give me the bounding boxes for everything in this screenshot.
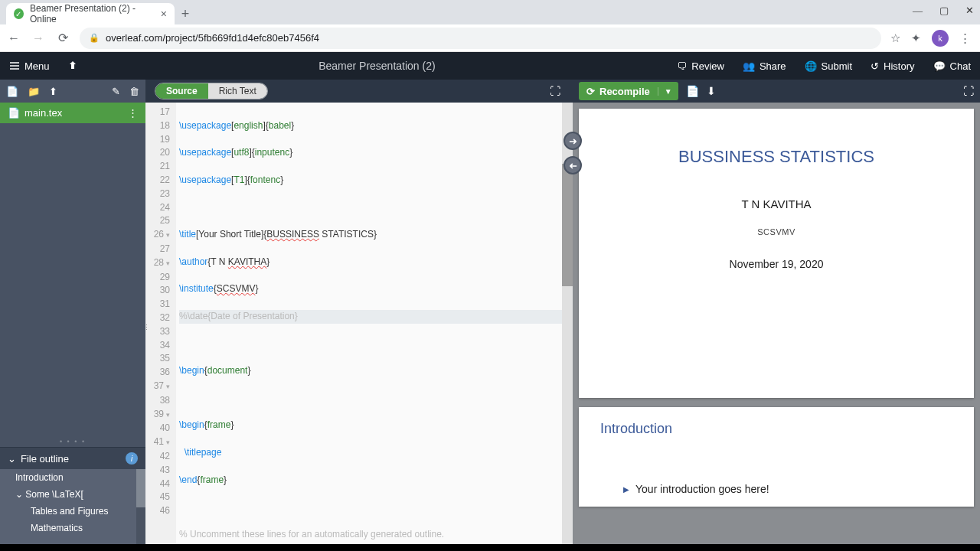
pdf-page-1: BUSSINESS STATISTICS T N KAVITHA SCSVMV … <box>579 109 974 398</box>
outline-item[interactable]: Introduction <box>0 469 145 486</box>
url-text: overleaf.com/project/5fb669fd1d4efc80eb7… <box>106 32 319 44</box>
new-file-icon[interactable]: 📄 <box>6 86 18 97</box>
pdf-section-title: Introduction <box>600 421 952 437</box>
browser-tab-bar: ✓ Beamer Presentation (2) - Online × + —… <box>0 0 980 24</box>
pdf-preview[interactable]: BUSSINESS STATISTICS T N KAVITHA SCSVMV … <box>573 103 980 544</box>
share-icon: 👥 <box>743 60 755 72</box>
download-icon[interactable]: ⬇ <box>707 85 716 97</box>
maximize-icon[interactable]: ▢ <box>939 5 949 17</box>
editor-toolbar: Source Rich Text ⛶ <box>145 80 573 103</box>
upload-file-icon[interactable]: ⬆ <box>49 86 57 97</box>
review-icon: 🗨 <box>677 60 687 72</box>
sync-pdf-to-code[interactable]: ➜ <box>564 156 582 174</box>
info-icon[interactable]: i <box>126 452 138 465</box>
chat-button[interactable]: 💬Chat <box>924 60 980 72</box>
rename-icon[interactable]: ✎ <box>112 86 120 97</box>
file-main-tex[interactable]: 📄 main.tex ⋮ <box>0 103 145 123</box>
pdf-toolbar: ⟳Recompile ▼ 📄 ⬇ ⛶ <box>573 80 980 103</box>
overleaf-favicon: ✓ <box>14 8 24 19</box>
menu-button[interactable]: Menu <box>0 60 59 72</box>
chevron-down-icon: ⌄ <box>8 453 16 465</box>
overleaf-topbar: Menu Beamer Presentation (2) 🗨Review 👥Sh… <box>0 52 980 80</box>
recompile-button[interactable]: ⟳Recompile ▼ <box>579 82 678 100</box>
outline-scrollbar[interactable] <box>136 469 145 544</box>
file-icon: 📄 <box>8 107 20 119</box>
outline-list: Introduction ⌄ Some \LaTeX[ Tables and F… <box>0 469 145 544</box>
chrome-menu-icon[interactable]: ⋮ <box>959 31 971 45</box>
submit-button[interactable]: 🌐Submit <box>795 60 861 72</box>
recompile-icon: ⟳ <box>586 86 595 97</box>
outline-item[interactable]: ⌄ Some \LaTeX[ <box>0 486 145 503</box>
review-button[interactable]: 🗨Review <box>668 60 733 72</box>
outline-item[interactable]: Tables and Figures <box>0 503 145 520</box>
richtext-toggle[interactable]: Rich Text <box>208 83 267 99</box>
pdf-institute: SCSVMV <box>602 227 951 236</box>
chat-icon: 💬 <box>933 60 946 72</box>
pdf-page-2: Introduction Your introduction goes here… <box>579 407 974 507</box>
reload-button[interactable]: ⟳ <box>55 31 70 46</box>
new-tab-button[interactable]: + <box>175 3 196 24</box>
close-window-icon[interactable]: ✕ <box>965 5 974 17</box>
share-button[interactable]: 👥Share <box>733 60 795 72</box>
history-button[interactable]: ↺History <box>861 60 923 72</box>
profile-avatar[interactable]: k <box>932 30 949 47</box>
bookmark-star-icon[interactable]: ☆ <box>890 31 900 45</box>
resize-handle[interactable]: ⋮ <box>143 324 150 331</box>
extensions-icon[interactable]: ✦ <box>911 31 921 45</box>
code-content[interactable]: \usepackage[english]{babel} \usepackage[… <box>176 103 573 544</box>
pdf-author: T N KAVITHA <box>602 197 951 210</box>
logs-icon[interactable]: 📄 <box>686 85 699 97</box>
minimize-icon[interactable]: — <box>913 5 923 17</box>
history-icon: ↺ <box>871 60 879 72</box>
tab-title: Beamer Presentation (2) - Online <box>30 3 155 24</box>
line-gutter: 171819202122232425 26▾27 28▾293031323334… <box>145 103 176 544</box>
back-button[interactable]: ← <box>6 31 21 46</box>
file-tree: 📄 main.tex ⋮ • • • • ⌄ File outline i In… <box>0 103 145 544</box>
editor-expand-icon[interactable]: ⛶ <box>544 85 567 97</box>
panel-resize-handle[interactable]: • • • • <box>0 436 145 447</box>
recompile-dropdown[interactable]: ▼ <box>658 87 678 96</box>
pdf-bullet: Your introduction goes here! <box>600 483 952 495</box>
pdf-title: BUSSINESS STATISTICS <box>602 147 951 167</box>
source-toggle[interactable]: Source <box>155 83 208 99</box>
forward-button[interactable]: → <box>31 31 46 46</box>
browser-tab[interactable]: ✓ Beamer Presentation (2) - Online × <box>6 3 175 24</box>
new-folder-icon[interactable]: 📁 <box>28 86 40 97</box>
close-tab-icon[interactable]: × <box>161 8 167 20</box>
pdf-expand-icon[interactable]: ⛶ <box>963 85 974 97</box>
sync-code-to-pdf[interactable]: ➜ <box>564 132 582 150</box>
file-toolbar: 📄 📁 ⬆ ✎ 🗑 <box>0 80 145 103</box>
file-menu-icon[interactable]: ⋮ <box>128 107 138 119</box>
url-input[interactable]: 🔒 overleaf.com/project/5fb669fd1d4efc80e… <box>80 28 881 49</box>
globe-icon: 🌐 <box>805 60 817 72</box>
outline-header[interactable]: ⌄ File outline i <box>0 447 145 469</box>
lock-icon: 🔒 <box>89 33 100 43</box>
upload-icon <box>68 60 77 70</box>
address-bar: ← → ⟳ 🔒 overleaf.com/project/5fb669fd1d4… <box>0 24 980 52</box>
delete-icon[interactable]: 🗑 <box>129 86 139 97</box>
outline-item[interactable]: Mathematics <box>0 520 145 536</box>
home-button[interactable] <box>59 60 87 73</box>
code-editor[interactable]: ⋮ 171819202122232425 26▾27 28▾2930313233… <box>145 103 573 544</box>
hamburger-icon <box>9 60 20 71</box>
pdf-date: November 19, 2020 <box>602 258 951 270</box>
